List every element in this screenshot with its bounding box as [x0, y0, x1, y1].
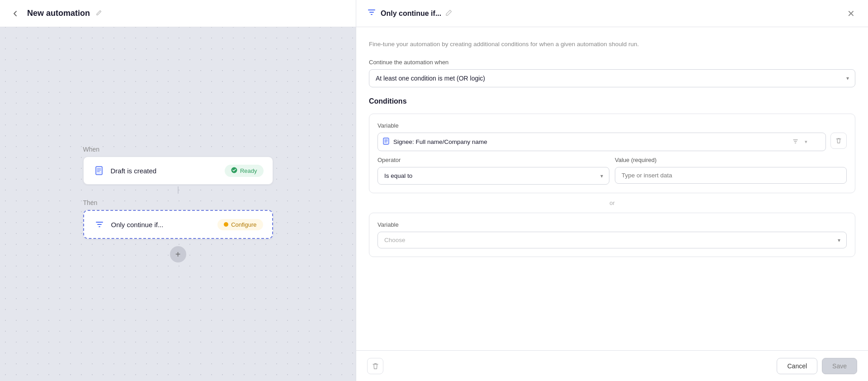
svg-rect-0 — [96, 167, 102, 175]
right-panel: Only continue if... ✕ Fine-tune your aut… — [356, 0, 868, 381]
delete-condition-one-button[interactable] — [830, 133, 847, 149]
right-header-left: Only continue if... — [367, 8, 452, 19]
draft-card-title: Draft is created — [111, 167, 157, 175]
conditions-title: Conditions — [369, 97, 855, 105]
draft-card-left: Draft is created — [93, 164, 157, 177]
configure-badge: Configure — [217, 219, 263, 230]
footer-right: Cancel Save — [777, 358, 857, 374]
left-panel: New automation When Draft is create — [0, 0, 356, 381]
continue-when-label: Continue the automation when — [369, 59, 855, 66]
canvas-area: When Draft is created — [0, 27, 356, 381]
then-label: Then — [83, 199, 273, 206]
ready-badge: Ready — [225, 165, 264, 177]
value-input[interactable] — [615, 167, 847, 184]
top-bar: New automation — [0, 0, 356, 27]
right-body: Fine-tune your automation by creating ad… — [356, 27, 868, 350]
variable-label-two: Variable — [377, 221, 847, 228]
description-text: Fine-tune your automation by creating ad… — [369, 40, 855, 49]
connector-line — [178, 186, 179, 194]
configure-dot — [224, 222, 228, 227]
operator-select-wrapper: Operator Is equal to Is not equal to Con… — [377, 157, 609, 185]
continue-when-wrapper: At least one condition is met (OR logic)… — [369, 69, 855, 87]
right-header: Only continue if... ✕ — [356, 0, 868, 27]
choose-variable-select[interactable]: Choose — [377, 232, 847, 248]
save-button[interactable]: Save — [822, 358, 857, 374]
continue-when-select[interactable]: At least one condition is met (OR logic)… — [369, 69, 855, 87]
draft-icon — [93, 164, 105, 177]
condition-row-top: Signee: Full name/Company name ▾ — [377, 133, 847, 151]
footer-left — [367, 358, 383, 374]
variable-filter-tag — [793, 138, 798, 146]
right-footer: Cancel Save — [356, 350, 868, 381]
configure-badge-label: Configure — [231, 221, 256, 228]
add-icon: + — [175, 250, 181, 259]
condition-row-bottom: Operator Is equal to Is not equal to Con… — [377, 157, 847, 185]
then-section: Then Only continue if... Configure — [83, 199, 273, 241]
cancel-button[interactable]: Cancel — [777, 358, 817, 374]
delete-automation-button[interactable] — [367, 358, 383, 374]
operator-select[interactable]: Is equal to Is not equal to Contains Doe… — [377, 167, 609, 185]
continue-card[interactable]: Only continue if... Configure — [83, 210, 273, 239]
operator-label: Operator — [377, 157, 609, 163]
add-step-button[interactable]: + — [170, 246, 186, 262]
value-label: Value (required) — [615, 157, 847, 163]
continue-card-left: Only continue if... — [93, 218, 164, 231]
condition-card-two: Variable Choose ▾ — [369, 213, 855, 257]
ready-check-icon — [231, 167, 237, 175]
value-input-wrapper: Value (required) — [615, 157, 847, 185]
right-edit-icon[interactable] — [446, 10, 452, 18]
right-filter-icon — [367, 8, 376, 19]
variable-doc-icon — [382, 138, 390, 146]
continue-card-title: Only continue if... — [111, 221, 164, 229]
ready-badge-label: Ready — [240, 167, 257, 174]
variable-select-wrapper: Signee: Full name/Company name ▾ — [377, 133, 826, 151]
when-label: When — [83, 146, 100, 153]
choose-select-wrapper: Choose ▾ — [377, 232, 847, 248]
flow-container: When Draft is created — [83, 146, 273, 262]
or-divider: or — [369, 200, 855, 206]
right-panel-title: Only continue if... — [381, 10, 441, 18]
page-title: New automation — [27, 9, 90, 18]
edit-title-icon[interactable] — [95, 10, 102, 18]
close-panel-button[interactable]: ✕ — [844, 7, 857, 20]
variable-select-display[interactable]: Signee: Full name/Company name ▾ — [377, 133, 826, 151]
variable-value-text: Signee: Full name/Company name — [393, 138, 789, 145]
condition-card-one: Variable Signee: Full name/Company name — [369, 114, 855, 193]
back-button[interactable] — [9, 7, 22, 20]
variable-label-one: Variable — [377, 122, 847, 129]
continue-icon — [93, 218, 106, 231]
draft-card[interactable]: Draft is created Ready — [83, 157, 273, 185]
variable-chevron: ▾ — [805, 139, 807, 145]
